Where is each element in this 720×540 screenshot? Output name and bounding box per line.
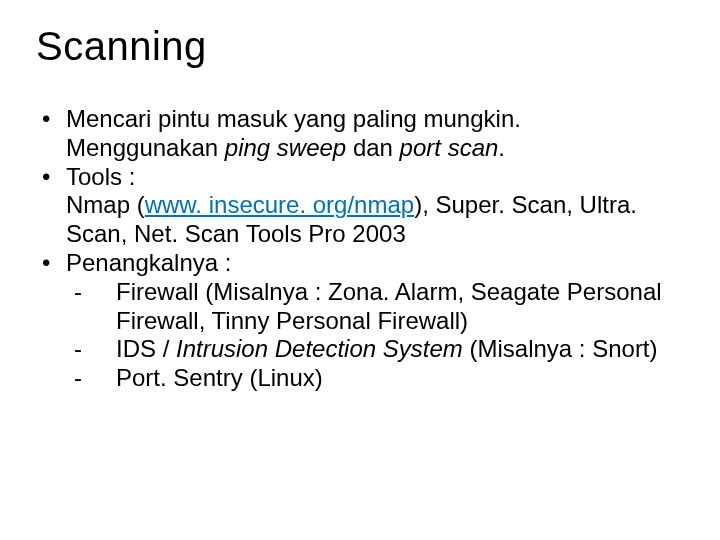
dash-icon: - bbox=[74, 278, 116, 307]
bullet3-line1: Penangkalnya : bbox=[66, 249, 231, 276]
bullet1-em2: port scan bbox=[400, 134, 499, 161]
sub2-post: (Misalnya : Snort) bbox=[463, 335, 658, 362]
bullet-item-1: Mencari pintu masuk yang paling mungkin.… bbox=[36, 105, 684, 163]
sub2-em: Intrusion Detection System bbox=[176, 335, 463, 362]
bullet2-line2: Nmap (www. insecure. org/nmap), Super. S… bbox=[66, 191, 684, 249]
bullet-list: Mencari pintu masuk yang paling mungkin.… bbox=[36, 105, 684, 393]
bullet1-line2-mid: dan bbox=[346, 134, 399, 161]
bullet2-line1: Tools : bbox=[66, 163, 135, 190]
bullet1-em1: ping sweep bbox=[225, 134, 346, 161]
bullet-item-3: Penangkalnya : - Firewall (Misalnya : Zo… bbox=[36, 249, 684, 393]
sub1-text: Firewall (Misalnya : Zona. Alarm, Seagat… bbox=[116, 278, 684, 336]
sub-item-2: - IDS / Intrusion Detection System (Misa… bbox=[66, 335, 684, 364]
sub-list: - Firewall (Misalnya : Zona. Alarm, Seag… bbox=[66, 278, 684, 393]
bullet1-line2-post: . bbox=[498, 134, 505, 161]
sub2-text: IDS / Intrusion Detection System (Misaln… bbox=[116, 335, 658, 364]
sub-item-3: - Port. Sentry (Linux) bbox=[66, 364, 684, 393]
sub2-pre: IDS / bbox=[116, 335, 176, 362]
dash-icon: - bbox=[74, 335, 116, 364]
bullet2-pre: Nmap ( bbox=[66, 191, 145, 218]
bullet-item-2: Tools : Nmap (www. insecure. org/nmap), … bbox=[36, 163, 684, 249]
nmap-link[interactable]: www. insecure. org/nmap bbox=[145, 191, 414, 218]
sub3-text: Port. Sentry (Linux) bbox=[116, 364, 323, 393]
bullet1-line2-pre: Menggunakan bbox=[66, 134, 225, 161]
bullet1-line2: Menggunakan ping sweep dan port scan. bbox=[66, 134, 684, 163]
slide: Scanning Mencari pintu masuk yang paling… bbox=[0, 0, 720, 393]
bullet1-line1: Mencari pintu masuk yang paling mungkin. bbox=[66, 105, 521, 132]
sub-item-1: - Firewall (Misalnya : Zona. Alarm, Seag… bbox=[66, 278, 684, 336]
slide-title: Scanning bbox=[36, 24, 684, 69]
dash-icon: - bbox=[74, 364, 116, 393]
